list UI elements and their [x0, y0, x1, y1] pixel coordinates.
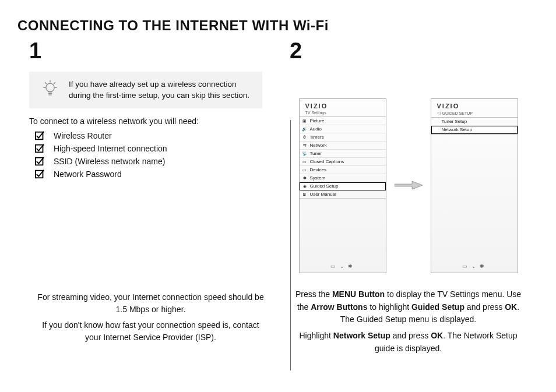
menu-item-icon: ✱: [302, 176, 308, 181]
menu-item-label: Closed Captions: [310, 159, 344, 164]
tv-menu-item: Network Setup: [431, 126, 518, 134]
menu-item-label: Devices: [310, 167, 326, 172]
arrow-right-icon: [395, 179, 423, 193]
tv-menu-screenshot-1: VIZIO TV Settings ▣Picture🔊Audio⏱Timers⇆…: [299, 98, 386, 273]
tv-brand: VIZIO: [300, 99, 386, 111]
checklist-label: High-speed Internet connection: [54, 144, 167, 153]
tv-crumb-2: ◁ GUIDED SETUP: [431, 111, 518, 117]
menu-item-label: User Manual: [310, 192, 336, 197]
menu-item-icon: ▭: [302, 168, 308, 172]
menu-item-icon: ⇆: [302, 143, 308, 148]
checklist-label: Network Password: [54, 169, 122, 179]
menu-item-label: Tuner Setup: [442, 119, 467, 124]
checklist: Wireless RouterHigh-speed Internet conne…: [29, 130, 266, 179]
checklist-item: High-speed Internet connection: [35, 143, 266, 154]
tv-menu-screenshot-2: VIZIO ◁ GUIDED SETUP Tuner SetupNetwork …: [431, 98, 518, 273]
svg-marker-5: [395, 181, 423, 189]
tv-brand: VIZIO: [431, 99, 518, 111]
checkbox-checked-icon: [35, 130, 45, 141]
tv-menu-item: ⇆Network: [300, 142, 386, 150]
menu-item-icon: ▣: [302, 119, 308, 123]
step-2-instructions: Press the MENU Button to display the TV …: [290, 281, 527, 355]
tv-footer-icons: ▭ ⌄ ✱: [431, 263, 518, 269]
step-2-number: 2: [290, 38, 527, 63]
tv-footer-icons: ▭ ⌄ ✱: [300, 263, 386, 269]
checkbox-checked-icon: [35, 143, 45, 154]
lightbulb-icon: [37, 79, 63, 101]
column-divider: [290, 120, 291, 370]
checklist-item: Wireless Router: [35, 130, 266, 141]
menu-item-label: Guided Setup: [310, 183, 339, 189]
menu-item-label: Timers: [310, 135, 324, 140]
tv-menu-item: ▭Closed Captions: [300, 158, 386, 166]
menu-item-icon: 🗎: [302, 192, 308, 196]
needs-intro: To connect to a wireless network you wil…: [29, 116, 266, 126]
menu-item-icon: 📡: [302, 151, 308, 156]
tv-menu-item: 📡Tuner: [300, 150, 386, 158]
checklist-item: Network Password: [35, 169, 266, 179]
tv-menu-item: ▣Picture: [300, 117, 386, 125]
tv-crumb-1: TV Settings: [300, 111, 386, 116]
menu-item-label: Network: [310, 143, 327, 148]
menu-item-label: Tuner: [310, 151, 322, 156]
checkbox-checked-icon: [35, 169, 45, 179]
menu-item-icon: ◉: [302, 184, 308, 189]
menu-item-label: Network Setup: [442, 127, 472, 132]
tip-text: If you have already set up a wireless co…: [63, 79, 254, 101]
step-2-column: 2 VIZIO TV Settings ▣Picture🔊Audio⏱Timer…: [278, 38, 539, 382]
back-triangle-icon: ◁: [437, 111, 440, 115]
tv-menu-item: Tuner Setup: [431, 118, 518, 126]
step-1-number: 1: [29, 38, 266, 63]
checklist-label: Wireless Router: [54, 131, 112, 140]
step-1-notes: For streaming video, your Internet conne…: [35, 288, 266, 347]
note-isp: If you don't know how fast your connecti…: [35, 319, 266, 344]
tv-menu-item: ⏱Timers: [300, 133, 386, 142]
checklist-item: SSID (Wireless network name): [35, 156, 266, 167]
note-speed: For streaming video, your Internet conne…: [35, 291, 266, 316]
checklist-label: SSID (Wireless network name): [54, 157, 165, 166]
menu-item-label: Audio: [310, 126, 322, 132]
tv-menu-item: ◉Guided Setup: [300, 182, 386, 190]
menu-item-icon: ▭: [302, 160, 308, 164]
page-title: CONNECTING TO THE INTERNET WITH Wi-Fi: [17, 17, 539, 34]
menu-item-icon: ⏱: [302, 135, 308, 139]
tip-box: If you have already set up a wireless co…: [29, 72, 262, 108]
tv-menu-item: 🔊Audio: [300, 125, 386, 133]
tv-menu-item: 🗎User Manual: [300, 190, 386, 199]
svg-point-0: [46, 83, 54, 91]
menu-item-icon: 🔊: [302, 127, 308, 132]
step-1-column: 1 If you have already set up a wireless …: [17, 38, 278, 382]
checkbox-checked-icon: [35, 156, 45, 167]
menu-item-label: System: [310, 175, 326, 181]
menu-item-label: Picture: [310, 118, 325, 123]
screenshots-row: VIZIO TV Settings ▣Picture🔊Audio⏱Timers⇆…: [290, 98, 527, 273]
tv-menu-item: ✱System: [300, 174, 386, 182]
tv-menu-item: ▭Devices: [300, 166, 386, 174]
